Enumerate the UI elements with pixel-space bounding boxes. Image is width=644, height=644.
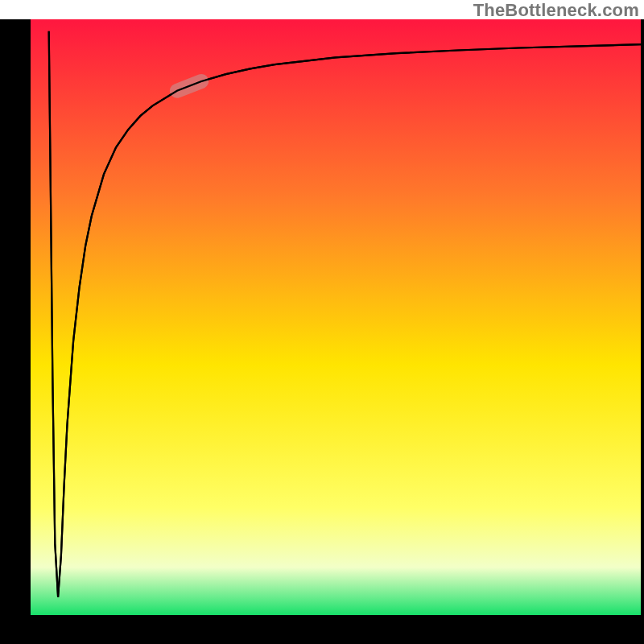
plot-background [31, 19, 641, 615]
axis-border-bottom [0, 615, 644, 644]
axis-border-left [0, 0, 31, 644]
axis-border-right [641, 0, 644, 644]
chart-svg [0, 0, 644, 644]
chart-container: TheBottleneck.com [0, 0, 644, 644]
watermark-text: TheBottleneck.com [473, 0, 639, 21]
